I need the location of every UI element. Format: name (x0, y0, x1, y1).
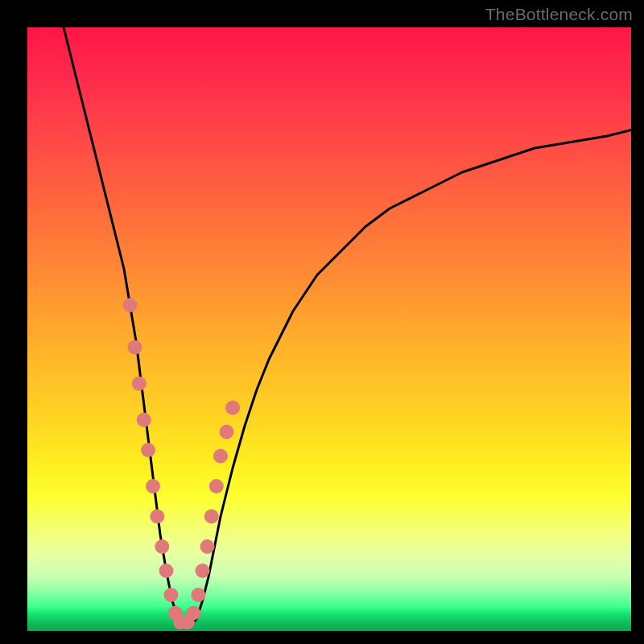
bottleneck-curve-path (64, 27, 631, 625)
highlight-dot (150, 510, 164, 524)
highlight-dot (146, 479, 160, 493)
plot-area (27, 27, 631, 631)
highlight-dot (123, 298, 138, 312)
highlight-dot (204, 510, 219, 524)
highlight-dots (123, 298, 241, 630)
curve-svg (27, 27, 631, 631)
highlight-dot (159, 564, 174, 578)
chart-frame: TheBottleneck.com (0, 0, 644, 644)
highlight-dot (225, 401, 240, 415)
highlight-dot (155, 539, 169, 554)
highlight-dot (200, 539, 215, 554)
highlight-dot (137, 413, 151, 427)
highlight-dot (196, 564, 210, 578)
highlight-dot (141, 443, 155, 457)
highlight-dot (132, 377, 147, 391)
highlight-dot (213, 449, 228, 464)
highlight-dot (191, 588, 205, 602)
watermark-text: TheBottleneck.com (485, 5, 633, 24)
highlight-dot (220, 425, 234, 440)
highlight-dot (164, 588, 179, 602)
highlight-dot (128, 341, 142, 355)
highlight-dot (186, 606, 200, 621)
highlight-dot (209, 479, 224, 493)
